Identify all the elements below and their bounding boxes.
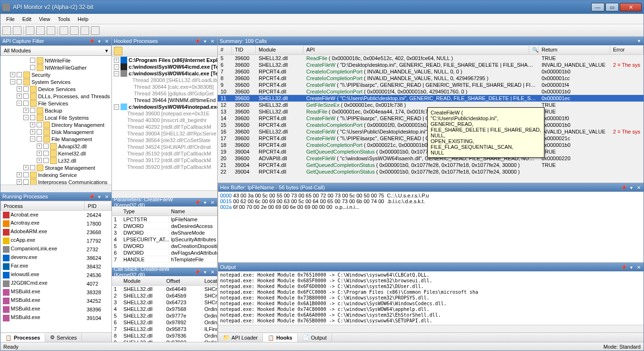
hooked-item[interactable]: Thread 35192 [ntdll.dll!TpCallbackM <box>112 150 217 157</box>
process-row[interactable]: MSBuild.exe38396 <box>1 305 111 314</box>
tree-item[interactable]: +DLLs, Processes, and Threads <box>1 93 111 100</box>
hooked-item[interactable]: −c:\windows\SysWOW64\calc.exe [Term <box>112 70 217 77</box>
pin-icon[interactable]: 📌 <box>194 38 200 44</box>
hooked-item[interactable]: Thread 39172 [ntdll.dll!TpCallbackM <box>112 157 217 164</box>
checkbox[interactable] <box>23 93 29 99</box>
col-header[interactable]: Name <box>169 206 217 216</box>
summary-row[interactable]: 1139600SHELL32.dllCreateFileW ( "C:\User… <box>218 95 644 102</box>
chevron-down-icon[interactable]: ▾ <box>96 194 102 199</box>
checkbox[interactable] <box>30 58 35 63</box>
output-log[interactable]: notepad.exe: Hooked Module 0x76510000 ->… <box>218 271 644 325</box>
process-row[interactable]: Acrobat.exe26424 <box>1 211 111 219</box>
process-row[interactable]: AdobeARM.exe23668 <box>1 228 111 237</box>
hooked-tree[interactable]: +C:\Program Files (x86)\Internet Explore… <box>112 57 217 190</box>
process-row[interactable]: CompanionLink.exe2732 <box>1 245 111 254</box>
menu-file[interactable]: File <box>2 15 19 23</box>
close-pane-icon[interactable]: ✕ <box>636 185 642 190</box>
process-row[interactable]: ielowutil.exe24536 <box>1 271 111 279</box>
col-module[interactable]: Module <box>256 46 303 53</box>
hooked-item[interactable]: Thread 30844 [calc.exe+0x3830B] <box>112 83 217 90</box>
menu-view[interactable]: View <box>35 15 54 23</box>
pin-icon[interactable]: 📌 <box>621 264 626 270</box>
tree-toggle-icon[interactable]: − <box>114 104 119 110</box>
hooked-item[interactable]: −c:\windows\SysWOW64\cmd.exe [Term <box>112 63 217 70</box>
tree-item[interactable]: +Advapi32.dll <box>1 143 111 150</box>
checkbox[interactable] <box>30 115 35 120</box>
tree-item[interactable]: +Kernel32.dll <box>1 150 111 157</box>
tb-btn-1[interactable] <box>2 26 11 35</box>
process-row[interactable]: devenv.exe38624 <box>1 254 111 262</box>
tb-btn-4[interactable] <box>36 26 45 35</box>
scrollbar-h[interactable] <box>0 185 111 192</box>
checkbox[interactable] <box>23 86 29 92</box>
tree-toggle-icon[interactable]: + <box>30 129 35 134</box>
col-header[interactable]: Type <box>121 206 169 216</box>
pin-icon[interactable]: 📌 <box>89 194 94 199</box>
pin-icon[interactable]: 📌 <box>194 199 200 205</box>
checkbox[interactable] <box>23 179 29 185</box>
hooked-item[interactable]: Thread 40300 [msvcrt.dll_beginthr <box>112 117 217 124</box>
modules-dropdown[interactable]: All Modules ▾ <box>0 45 111 56</box>
summary-row[interactable]: 739600RPCRT4.dllCreateIoCompletionPort (… <box>218 68 644 75</box>
process-row[interactable]: MSBuild.exe39104 <box>1 314 111 322</box>
summary-row[interactable]: 1039600RPCRT4.dllCreateIoCompletionPort … <box>218 88 644 95</box>
tb-btn-2[interactable] <box>13 26 21 35</box>
summary-row[interactable]: 2239004RPCRT4.dllGetQueuedCompletionStat… <box>218 168 644 175</box>
col-num[interactable]: # <box>218 46 232 53</box>
tab-services[interactable]: ⚙ Services <box>45 333 82 341</box>
summary-row[interactable]: 939600RPCRT4.dllCreateFileW ( "\\.\PIPE\… <box>218 82 644 88</box>
tree-toggle-icon[interactable]: + <box>17 172 22 177</box>
tree-item[interactable]: +Directory Management <box>1 121 111 128</box>
tree-item[interactable]: +Indexing Service <box>1 171 111 178</box>
tree-item[interactable]: +Device Services <box>1 85 111 93</box>
col-api[interactable]: API <box>303 46 529 53</box>
hooked-item[interactable]: Thread 39004 [SHELL32.dll!RpcServe <box>112 130 217 137</box>
hooked-item[interactable]: Thread 38564 [ole32.dll!CoSetState <box>112 137 217 144</box>
checkbox[interactable] <box>43 151 49 156</box>
chevron-down-icon[interactable]: ▾ <box>636 38 642 44</box>
tree-item[interactable]: +Disk Management <box>1 128 111 135</box>
tree-item[interactable]: −File Services <box>1 100 111 107</box>
callstack-grid[interactable]: ModuleOffsetLocation1SHELL32.dll0x64649S… <box>112 276 217 342</box>
checkbox[interactable] <box>23 172 29 177</box>
folder-icon[interactable] <box>114 47 122 55</box>
summary-row[interactable]: 839600RPCRT4.dllCreateIoCompletionPort (… <box>218 75 644 82</box>
tree-item[interactable]: −Local File Systems <box>1 114 111 121</box>
chevron-down-icon[interactable]: ▾ <box>202 38 208 44</box>
tree-toggle-icon[interactable]: + <box>23 165 29 170</box>
hooked-item[interactable]: Thread 35920 [ntdll.dll!TpCallbackM <box>112 164 217 170</box>
close-pane-icon[interactable]: ✕ <box>104 38 110 44</box>
tree-toggle-icon[interactable]: + <box>30 122 35 127</box>
pin-icon[interactable]: 📌 <box>621 185 626 190</box>
tree-item[interactable]: +Interprocess Communications <box>1 178 111 185</box>
chevron-down-icon[interactable]: ▾ <box>628 264 634 270</box>
checkbox[interactable] <box>17 72 22 77</box>
tab-hooks[interactable]: 📋 Hooks <box>263 333 298 342</box>
hooked-item[interactable]: Thread 40292 [ntdll.dll!TpCallbackM <box>112 124 217 130</box>
tree-item[interactable]: +Lz32.dll <box>1 157 111 164</box>
close-pane-icon[interactable]: ✕ <box>104 194 110 199</box>
summary-row[interactable]: 539600SHELL32.dllReadFile ( 0x0000018c, … <box>218 55 644 62</box>
menu-help[interactable]: Help <box>74 15 92 23</box>
checkbox[interactable] <box>23 101 29 106</box>
hooked-item[interactable]: −c:\windows\SysWOW64\notepad.exe <box>112 103 217 110</box>
tree-item[interactable]: +Storage Management <box>1 164 111 171</box>
close-pane-icon[interactable]: ✕ <box>636 264 642 270</box>
summary-row[interactable]: 2139004RPCRT4.dllGetQueuedCompletionStat… <box>218 162 644 168</box>
search-icon[interactable]: 🔍 <box>529 46 539 54</box>
params-grid[interactable]: TypeNamePre-Call ValuePost-Call Value 1L… <box>112 206 217 268</box>
tab-output[interactable]: 📄 Output <box>298 333 332 341</box>
col-header[interactable]: Module <box>121 276 164 286</box>
tb-btn-7[interactable] <box>70 26 79 35</box>
tree-item[interactable]: −File Management <box>1 135 111 143</box>
tree-toggle-icon[interactable]: + <box>37 158 42 163</box>
tree-item[interactable]: +Security <box>1 71 111 78</box>
tree-toggle-icon[interactable]: − <box>23 115 29 120</box>
tb-btn-8[interactable] <box>80 26 89 35</box>
col-header[interactable]: Process <box>1 201 85 211</box>
process-row[interactable]: Far.exe38432 <box>1 262 111 271</box>
processes-table[interactable]: ProcessPID Acrobat.exe26424 Acrotray.exe… <box>0 201 111 322</box>
tree-toggle-icon[interactable]: + <box>17 179 22 185</box>
col-tid[interactable]: TID <box>232 46 256 53</box>
col-header[interactable]: Location <box>202 276 217 286</box>
